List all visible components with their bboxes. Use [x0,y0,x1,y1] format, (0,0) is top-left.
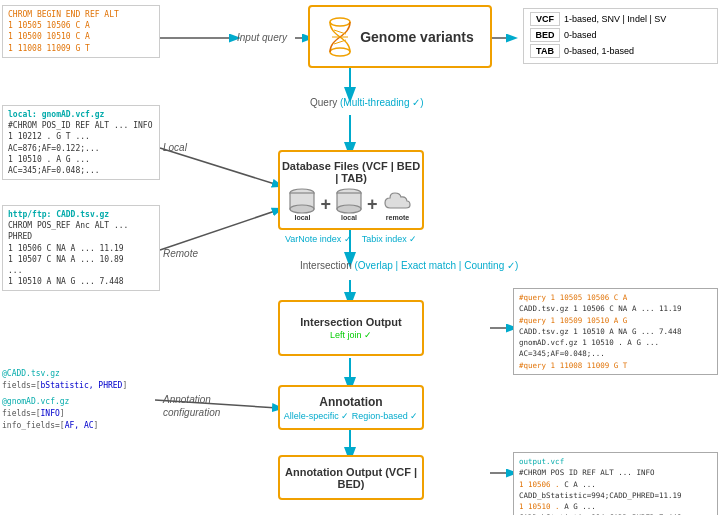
svg-point-25 [337,205,361,213]
plus-1: + [320,194,331,215]
annotation-output-label: Annotation Output (VCF | BED) [280,466,422,490]
intersection-result-box: #query 1 10505 10506 C A CADD.tsv.gz 1 1… [513,288,718,375]
annotation-detail: Allele-specific ✓ Region-based ✓ [284,411,419,421]
local-vcf-title: local: gnomAD.vcf.gz [8,109,154,120]
vcf-badge: VCF [530,12,560,26]
diagram: CHROM BEGIN END REF ALT 1 10505 10506 C … [0,0,720,515]
chrom-header: CHROM BEGIN END REF ALT [8,10,119,19]
database-files-box: Database Files (VCF | BED | TAB) local + [278,150,424,230]
bed-desc: 0-based [564,30,597,40]
formats-box: VCF 1-based, SNV | Indel | SV BED 0-base… [523,8,718,64]
annotation-label: Annotation [319,395,382,409]
svg-line-10 [160,210,278,250]
db-cylinder-2: local [335,188,363,221]
svg-point-16 [330,48,350,56]
db-cylinder-1: local [288,188,316,221]
genome-variants-box: Genome variants [308,5,492,68]
tab-desc: 0-based, 1-based [564,46,634,56]
db-files-label: Database Files (VCF | BED | TAB) [280,160,422,184]
remote-label: Remote [163,248,198,259]
svg-point-15 [330,18,350,26]
intersection-label: Intersection (Overlap | Exact match | Co… [300,260,518,271]
query-detail: (Multi-threading ✓) [340,97,424,108]
intersection-output-box: Intersection Output Left join ✓ [278,300,424,356]
remote-tsv-box: http/ftp: CADD.tsv.gz CHROM POS_REF Anc … [2,205,160,291]
dna-icon [326,17,354,57]
annot-config-box: @CADD.tsv.gz fields=[bStatistic, PHRED] … [2,368,157,432]
bed-row: BED 0-based [530,28,711,42]
cloud-db: remote [382,188,414,221]
varnote-index: VarNote index ✓ [285,234,352,244]
tab-row: TAB 0-based, 1-based [530,44,711,58]
query-label: Query (Multi-threading ✓) [310,97,424,108]
remote-tsv-title: http/ftp: CADD.tsv.gz [8,209,154,220]
svg-point-22 [290,205,314,213]
annotation-config-label: Annotationconfiguration [163,393,220,419]
tabix-index: Tabix index ✓ [362,234,418,244]
local-label: Local [163,142,187,153]
annotation-output-box: Annotation Output (VCF | BED) [278,455,424,500]
row3: 1 11008 11009 G T [8,44,90,53]
output-result-box: output.vcf #CHROM POS ID REF ALT ... INF… [513,452,718,515]
intersection-detail: (Overlap | Exact match | Counting ✓) [354,260,518,271]
vcf-row: VCF 1-based, SNV | Indel | SV [530,12,711,26]
tab-badge: TAB [530,44,560,58]
intersection-output-label: Intersection Output [300,316,401,328]
input-query-label: Input query [237,32,287,43]
plus-2: + [367,194,378,215]
local-vcf-box: local: gnomAD.vcf.gz #CHROM POS_ID REF A… [2,105,160,180]
svg-line-9 [160,148,278,185]
annotation-box: Annotation Allele-specific ✓ Region-base… [278,385,424,430]
bed-badge: BED [530,28,560,42]
input-vcf-box: CHROM BEGIN END REF ALT 1 10505 10506 C … [2,5,160,58]
genome-variants-title: Genome variants [360,29,474,45]
vcf-desc: 1-based, SNV | Indel | SV [564,14,666,24]
left-join-label: Left join ✓ [330,330,372,340]
row1: 1 10505 10506 C A [8,21,90,30]
row2: 1 10500 10510 C A [8,32,90,41]
varnote-tabix-label: VarNote index ✓ Tabix index ✓ [285,234,417,244]
